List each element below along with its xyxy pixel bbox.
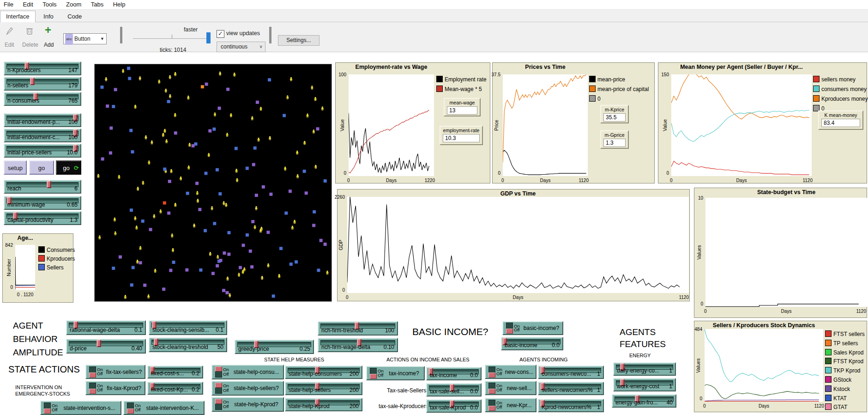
view-updates-checkbox[interactable]: ✓ <box>217 30 224 38</box>
slider-rich-firm-treshold[interactable]: rich-firm-treshold100 <box>318 321 398 336</box>
slider-stock-clearing-sensib[interactable]: stock-clearing-sensib...0.1 <box>149 320 227 335</box>
switch-fix-tax-sellers[interactable]: OnOfffix-tax-sellers? <box>85 365 145 379</box>
delete-button[interactable]: Delete <box>22 42 38 48</box>
switch-lever-cap[interactable] <box>127 409 134 414</box>
switch-lever[interactable] <box>127 403 134 414</box>
menu-zoom[interactable]: Zoom <box>62 0 85 9</box>
kproducer-agent <box>169 269 172 272</box>
slider-reach[interactable]: reach6 <box>4 180 81 194</box>
slider-label: basic-income <box>505 342 537 348</box>
switch-new-sellers[interactable]: OnOffnew-sell... <box>485 381 536 395</box>
slider-n-kproducers[interactable]: n-Kproducers147 <box>4 61 81 75</box>
switch-lever[interactable] <box>370 368 377 379</box>
switch-lever[interactable] <box>89 383 96 394</box>
slider-state-help-sellers[interactable]: state-help-sellers200 <box>285 382 362 395</box>
slider-basic-income[interactable]: basic-income0.0 <box>501 337 563 350</box>
tab-info[interactable]: Info <box>37 11 60 22</box>
switch-lever-cap[interactable] <box>506 329 513 334</box>
switch-lever-cap[interactable] <box>488 389 495 394</box>
switch-lever-cap[interactable] <box>370 374 377 379</box>
slider-sellers-newcomers[interactable]: sellers-newcomers%1 <box>538 382 604 395</box>
slider-tax-income[interactable]: tax-income0.0 <box>426 367 482 380</box>
switch-lever-cap[interactable] <box>215 366 222 372</box>
slider-greedy-price[interactable]: greedy-price0.25 <box>235 340 314 354</box>
slider-energy-gain[interactable]: energy-gain-fro...40 <box>612 394 676 408</box>
slider-tax-sale-sell[interactable]: tax-sale-sell...0.0 <box>426 383 482 397</box>
switch-state-help-consumers[interactable]: OnOffstate-help-consu... <box>211 365 284 379</box>
switch-state-intervention-s[interactable]: OnOffstate-intervention-s... <box>40 401 121 415</box>
menu-file[interactable]: File <box>0 0 17 9</box>
age-plot: Age...8420Number0 . 1120ConsumersKproduc… <box>2 233 73 303</box>
settings-button[interactable]: Settings... <box>278 35 319 46</box>
slider-n-consumers[interactable]: n-consumers765 <box>4 92 81 106</box>
switch-lever-cap[interactable] <box>89 372 96 378</box>
slider-initial-endowment-c[interactable]: initial-endowment-c...100 <box>4 128 81 142</box>
edit-pencil-icon[interactable] <box>6 27 13 35</box>
slider-daily-energy-cost[interactable]: daily-energy-co...1 <box>613 362 676 376</box>
speed-slider-track[interactable] <box>133 38 210 39</box>
switch-lever[interactable] <box>506 323 513 334</box>
slider-kprod-newcomers[interactable]: Kprod-newcomers%1 <box>538 399 604 412</box>
menu-tabs[interactable]: Tabs <box>87 0 107 9</box>
switch-state-help-kprod[interactable]: OnOffstate-help-Kprod? <box>211 397 284 412</box>
delete-trash-icon[interactable] <box>26 27 33 35</box>
slider-work-energy-cost[interactable]: work-energy-cost1 <box>613 378 676 391</box>
slider-rationnal-wage-delta[interactable]: rationnal-wage-delta0.1 <box>66 320 146 335</box>
slider-state-help-kprod[interactable]: state-help-Kprod200 <box>285 398 362 411</box>
switch-lever-cap[interactable] <box>215 399 222 404</box>
switch-state-help-sellers[interactable]: OnOffstate-help-sellers? <box>211 381 284 396</box>
switch-lever[interactable] <box>488 383 495 394</box>
switch-tax-income[interactable]: OnOfftax-income? <box>366 366 425 380</box>
add-plus-icon[interactable]: + <box>45 25 51 35</box>
menu-tools[interactable]: Tools <box>39 0 60 9</box>
slider-consumers-newcomers[interactable]: consumers-newco...1 <box>538 366 604 379</box>
switch-lever[interactable] <box>488 366 495 378</box>
setup-button[interactable]: setup <box>4 160 27 175</box>
add-button[interactable]: Add <box>44 42 54 48</box>
legend-item: Sellers <box>38 264 64 271</box>
switch-lever-cap[interactable] <box>89 389 96 394</box>
slider-n-sellers[interactable]: n-sellers179 <box>4 77 81 91</box>
switch-lever-cap[interactable] <box>44 409 51 414</box>
switch-basic-income[interactable]: OnOffbasic-income? <box>502 321 563 335</box>
switch-lever-cap[interactable] <box>488 372 495 378</box>
update-mode-dropdown[interactable]: continuous ˅ <box>217 42 265 52</box>
switch-lever[interactable] <box>44 403 51 414</box>
go-once-button[interactable]: go <box>29 160 54 175</box>
kproducer-agent <box>162 287 165 291</box>
plot-series <box>349 74 434 176</box>
slider-tax-sale-kprod[interactable]: tax-sale-Kprod0.0 <box>426 399 482 413</box>
legend-label: Consumers <box>47 247 75 253</box>
switch-lever[interactable] <box>215 366 222 378</box>
speed-slider-handle[interactable] <box>206 32 211 43</box>
slider-stock-clearing-treshold[interactable]: stock-clearing-treshold50 <box>149 337 227 352</box>
slider-rich-firm-wage-delta[interactable]: rich-firm-wage-delta0.10 <box>318 338 398 352</box>
menu-edit[interactable]: Edit <box>19 0 36 9</box>
go-forever-button[interactable]: go⟳ <box>56 160 81 175</box>
slider-initial-endowment-p[interactable]: initial-endowment-p...100 <box>4 113 81 127</box>
x-max-tick: 1120 <box>579 178 589 183</box>
switch-lever[interactable] <box>488 400 495 411</box>
switch-new-consumers[interactable]: OnOffnew-cons... <box>485 365 536 379</box>
slider-minimum-wage[interactable]: minimum-wage0.65 <box>4 196 81 210</box>
tab-code[interactable]: Code <box>61 11 88 22</box>
slider-capital-productivity[interactable]: capital-productivity1.3 <box>4 211 81 225</box>
tab-interface[interactable]: Interface <box>0 11 36 22</box>
switch-lever[interactable] <box>215 383 222 394</box>
switch-lever[interactable] <box>215 399 222 410</box>
slider-initial-price-sellers[interactable]: initial-price-sellers10.0 <box>4 144 81 158</box>
switch-name: tax-income? <box>386 370 422 377</box>
slider-fixed-cost-kp[interactable]: fixed-cost-Kp...0.2 <box>147 382 203 395</box>
switch-fix-tax-kprod[interactable]: OnOfffix-tax-Kprod? <box>85 381 145 395</box>
switch-lever[interactable] <box>89 366 96 378</box>
switch-lever-cap[interactable] <box>215 383 222 388</box>
slider-d-price[interactable]: d-price0.40 <box>66 339 146 354</box>
edit-button[interactable]: Edit <box>5 42 14 48</box>
slider-fixed-cost-s[interactable]: fixed-cost-s...0.2 <box>147 366 203 378</box>
menu-help[interactable]: Help <box>109 0 129 9</box>
widget-chooser[interactable]: abcButton ▼ <box>63 33 107 44</box>
switch-lever-cap[interactable] <box>488 406 495 411</box>
switch-new-kproducers[interactable]: OnOffnew-Kpr... <box>485 398 536 412</box>
switch-state-intervention-k[interactable]: OnOffstate-intervention-K... <box>123 401 205 415</box>
slider-state-help-consumers[interactable]: state-help-consumers200 <box>285 366 362 379</box>
